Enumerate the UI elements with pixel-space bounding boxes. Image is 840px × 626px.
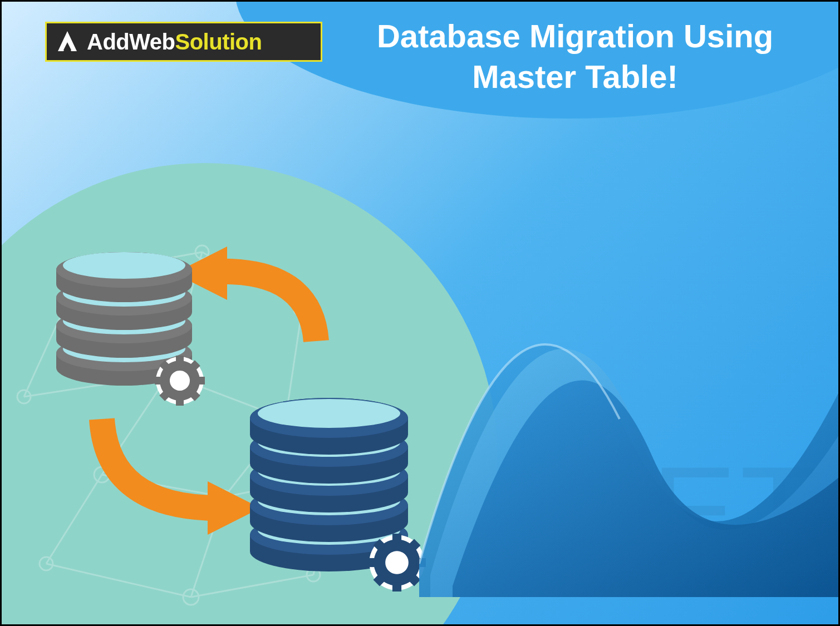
company-logo-badge: AddWebSolution bbox=[45, 22, 322, 62]
triangle-logo-icon bbox=[55, 29, 80, 55]
svg-rect-50 bbox=[392, 534, 401, 543]
company-logo-text: AddWebSolution bbox=[87, 29, 262, 55]
svg-rect-39 bbox=[197, 377, 205, 385]
svg-rect-52 bbox=[368, 558, 377, 567]
title-line-2: Master Table! bbox=[472, 58, 678, 95]
svg-rect-51 bbox=[392, 583, 401, 592]
dotnet-wave-icon bbox=[419, 219, 840, 597]
page-title: Database Migration Using Master Table! bbox=[336, 16, 814, 97]
gear-icon bbox=[155, 356, 205, 406]
curved-arrow-up-icon bbox=[171, 247, 338, 358]
svg-rect-36 bbox=[176, 356, 184, 363]
title-line-1: Database Migration Using bbox=[377, 18, 773, 54]
svg-rect-37 bbox=[176, 398, 184, 406]
svg-rect-38 bbox=[155, 377, 163, 385]
curved-arrow-down-icon bbox=[80, 408, 263, 536]
gear-icon bbox=[368, 534, 426, 592]
database-migration-illustration bbox=[46, 252, 480, 608]
